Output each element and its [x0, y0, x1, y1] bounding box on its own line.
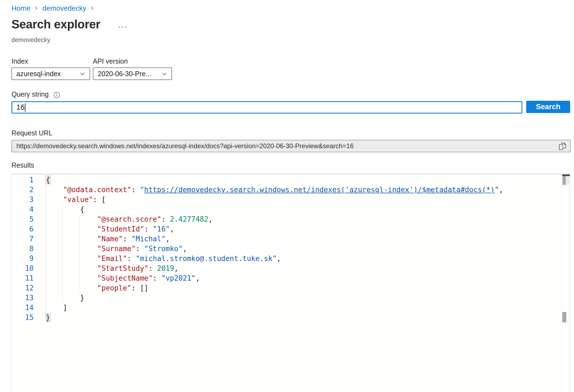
query-string-input[interactable]: 16 [11, 101, 522, 114]
editor-scrollbar-thumb[interactable] [563, 176, 566, 185]
code-line: "Name": "Michal", [46, 234, 503, 244]
code-line: "StartStudy": 2019, [46, 263, 503, 273]
code-line: "@search.score": 2.4277482, [46, 214, 503, 224]
editor-gutter: 123456789101112131415 [11, 175, 34, 322]
line-number: 3 [11, 195, 34, 204]
page-title: Search explorer [11, 17, 100, 31]
query-string-value: 16 [16, 103, 25, 112]
editor-scrollbar-track [562, 174, 562, 392]
api-version-dropdown-value: 2020-06-30-Pre... [98, 70, 151, 78]
query-string-label: Query string [11, 90, 49, 98]
more-menu-button[interactable]: ··· [118, 23, 128, 31]
line-number: 13 [11, 293, 34, 303]
line-number: 14 [11, 303, 34, 313]
request-url-value: https://demovedecky.search.windows.net/i… [12, 142, 371, 150]
breadcrumb-service-link[interactable]: demovedecky [42, 4, 86, 13]
chevron-down-icon [79, 70, 86, 77]
page-subtitle: demovedecky [11, 36, 50, 44]
code-line: ] [46, 303, 503, 313]
line-number: 8 [11, 244, 34, 254]
code-line: "Email": "michal.stromko@.student.tuke.s… [46, 254, 503, 263]
request-url-label: Request URL [11, 129, 52, 137]
code-line: { [46, 204, 503, 214]
copy-icon [558, 142, 567, 151]
chevron-right-icon [90, 5, 95, 11]
code-line: { [46, 175, 503, 185]
code-line: } [46, 313, 503, 322]
code-line: "value": [ [46, 195, 503, 204]
code-line: "Surname": "Stromko", [46, 244, 503, 254]
code-line: "people": [] [46, 283, 503, 293]
line-number: 9 [11, 254, 34, 263]
line-number: 4 [11, 204, 34, 214]
line-number: 5 [11, 214, 34, 224]
overview-ruler-marker [562, 312, 566, 322]
api-version-dropdown[interactable]: 2020-06-30-Pre... [93, 67, 172, 80]
copy-button[interactable] [557, 141, 567, 152]
search-button[interactable]: Search [526, 101, 570, 113]
code-line: "@odata.context": "https://demovedecky.s… [46, 185, 503, 195]
code-line: "SubjectName": "vp2021", [46, 273, 503, 283]
breadcrumb-home-link[interactable]: Home [11, 4, 30, 13]
odata-context-link[interactable]: https://demovedecky.search.windows.net/i… [144, 186, 495, 194]
index-label: Index [11, 57, 28, 65]
results-label: Results [11, 161, 34, 169]
editor-code: { "@odata.context": "https://demovedecky… [46, 175, 503, 322]
line-number: 12 [11, 283, 34, 293]
line-number: 7 [11, 234, 34, 244]
index-dropdown[interactable]: azuresql-index [11, 67, 90, 80]
info-icon[interactable] [54, 92, 60, 98]
code-line: "StudentId": "16", [46, 224, 503, 234]
code-line: } [46, 293, 503, 303]
line-number: 1 [11, 175, 34, 185]
request-url-bar: https://demovedecky.search.windows.net/i… [11, 140, 571, 152]
overview-ruler-band [566, 176, 570, 185]
api-version-label: API version [93, 57, 128, 65]
line-number: 15 [11, 313, 34, 322]
chevron-down-icon [161, 70, 168, 77]
chevron-right-icon [34, 5, 39, 11]
search-explorer-page: Home demovedecky Search explorer ··· dem… [0, 0, 574, 392]
line-number: 2 [11, 185, 34, 195]
index-dropdown-value: azuresql-index [16, 70, 61, 78]
line-number: 10 [11, 263, 34, 273]
text-caret [25, 103, 25, 112]
line-number: 11 [11, 273, 34, 283]
results-json-editor[interactable]: 123456789101112131415 { "@odata.context"… [11, 174, 570, 392]
breadcrumb: Home demovedecky [11, 3, 95, 13]
line-number: 6 [11, 224, 34, 234]
